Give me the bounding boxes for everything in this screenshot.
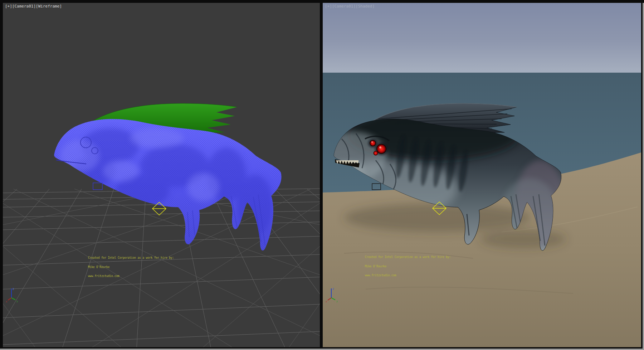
axis-y-label: y — [336, 300, 338, 303]
viewport-camera01-shaded[interactable]: z x y [+][Camera01][Shaded] Created for … — [323, 3, 641, 347]
axis-x-label: x — [6, 300, 7, 303]
shading-viewport-menu[interactable]: [Wireframe] — [36, 4, 62, 9]
axis-z-label: z — [332, 287, 334, 291]
shaded-scene: z x y — [323, 3, 641, 347]
box-helper[interactable] — [93, 183, 102, 190]
fish-model-wireframe[interactable] — [53, 99, 286, 253]
pov-viewport-menu[interactable]: [Camera01] — [12, 4, 36, 9]
general-viewport-menu[interactable]: [+] — [325, 4, 332, 9]
sky — [323, 3, 641, 73]
wireframe-scene: z x y — [3, 3, 320, 347]
watermark-line2: Mike O'Rourke — [88, 266, 174, 269]
axis-x-label: x — [326, 300, 327, 303]
window-edge-right — [643, 3, 644, 349]
general-viewport-menu[interactable]: [+] — [5, 4, 12, 9]
world-axis-gizmo: z x y — [6, 287, 18, 303]
watermark-text: Created for Intel Corporation as a work … — [88, 251, 174, 284]
watermark-line3: www.fritzstudio.com — [88, 275, 174, 278]
viewport-camera01-wireframe[interactable]: z x y [+][Camera01][Wireframe] Created f… — [3, 3, 320, 347]
shading-viewport-menu[interactable]: [Shaded] — [356, 4, 375, 9]
window-edge-bottom — [0, 349, 644, 350]
pov-viewport-menu[interactable]: [Camera01] — [332, 4, 356, 9]
watermark-line2: Mike O'Rourke — [365, 265, 451, 268]
viewport-label: [+][Camera01][Wireframe] — [5, 4, 62, 9]
watermark-line1: Created for Intel Corporation as a work … — [365, 256, 451, 259]
axis-y-label: y — [16, 300, 18, 303]
axis-z-label: z — [13, 287, 14, 291]
watermark-line3: www.fritzstudio.com — [365, 274, 451, 277]
viewport-label: [+][Camera01][Shaded] — [325, 4, 375, 9]
watermark-line1: Created for Intel Corporation as a work … — [88, 257, 174, 260]
watermark-text: Created for Intel Corporation as a work … — [365, 250, 451, 283]
